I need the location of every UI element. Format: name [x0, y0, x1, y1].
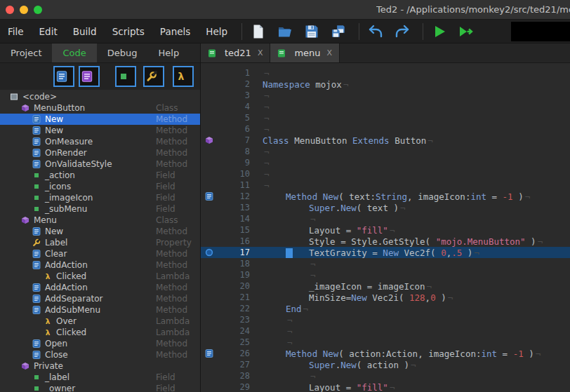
code-line-4[interactable]: 4¬ [201, 101, 570, 112]
menu-help[interactable]: Help [198, 20, 235, 43]
code-line-22[interactable]: 22End¬ [201, 303, 570, 314]
tree-item-type: Lambda [156, 327, 190, 337]
tree-item-addaction[interactable]: AddActionMethod [0, 282, 200, 293]
panel-tab-code[interactable]: Code [52, 43, 96, 62]
tree-item-addseparator[interactable]: AddSeparatorMethod [0, 293, 200, 304]
tree-item-addaction[interactable]: AddActionMethod [0, 259, 200, 271]
code-line-18[interactable]: 18¬ [201, 258, 570, 269]
tree-item-_label[interactable]: _labelField [0, 372, 200, 383]
filter-properties-button[interactable] [143, 66, 164, 87]
tree-item-label: New [45, 227, 63, 236]
tree-item-onrender[interactable]: OnRenderMethod [0, 147, 200, 158]
code-line-15[interactable]: 15Layout = "fill"¬ [201, 224, 570, 236]
tree-item-menubutton[interactable]: MenuButtonClass [0, 102, 200, 114]
code-line-3[interactable]: 3¬ [201, 90, 570, 101]
filter-classes-button[interactable] [79, 66, 100, 87]
code-line-10[interactable]: 10¬ [201, 168, 570, 180]
redo-button[interactable] [392, 21, 416, 42]
editor-tab-menu[interactable]: menuX [270, 43, 340, 62]
menu-scripts[interactable]: Scripts [105, 20, 152, 43]
menu-edit[interactable]: Edit [32, 20, 65, 43]
code-area[interactable]: 1¬2Namespace mojox¬3¬4¬5¬6¬7Class MenuBu… [201, 63, 570, 392]
new-file-button[interactable] [248, 21, 272, 42]
code-line-17[interactable]: 17TextGravity = New Vec2f( 0,.5 )¬ [201, 247, 570, 258]
editor-tab-ted21[interactable]: ted21X [201, 43, 270, 62]
code-line-1[interactable]: 1¬ [201, 67, 570, 79]
code-line-25[interactable]: 25¬ [201, 337, 570, 348]
code-line-7[interactable]: 7Class MenuButton Extends Button¬ [201, 135, 570, 146]
minimize-window-button[interactable] [20, 6, 28, 14]
tree-item-clicked[interactable]: λClickedLambda [0, 271, 200, 282]
tree-item-_imageicon[interactable]: _imageIconField [0, 192, 200, 203]
code-line-16[interactable]: 16Style = Style.GetStyle( "mojo.MenuButt… [201, 236, 570, 247]
menu-build[interactable]: Build [65, 20, 105, 43]
filter-fields-button[interactable] [115, 66, 136, 87]
tree-item-private[interactable]: Private [0, 360, 200, 372]
tree-item-onvalidatestyle[interactable]: OnValidateStyleMethod [0, 158, 200, 170]
tree-item-open[interactable]: OpenMethod [0, 338, 200, 349]
code-line-12[interactable]: 12Method New( text:String, imageIcon:int… [201, 191, 570, 202]
code-line-6[interactable]: 6¬ [201, 123, 570, 135]
editor-pane: ted21XmenuX 1¬2Namespace mojox¬3¬4¬5¬6¬7… [201, 43, 570, 392]
code-line-26[interactable]: 26Method New( action:Action, imageIcon:i… [201, 348, 570, 359]
save-button[interactable] [302, 21, 326, 42]
tree-item-addsubmenu[interactable]: AddSubMenuMethod [0, 304, 200, 316]
zoom-window-button[interactable] [34, 6, 42, 14]
tree-item-type: Field [156, 182, 175, 191]
tree-item-_icons[interactable]: _iconsField [0, 181, 200, 192]
code-line-27[interactable]: 27Super.New( action )¬ [201, 359, 570, 370]
close-window-button[interactable] [6, 6, 14, 14]
tree-item-clicked[interactable]: λClickedLambda [0, 327, 200, 338]
tab-close-button[interactable]: X [327, 48, 333, 58]
tree-item-new[interactable]: NewMethod [0, 226, 200, 237]
code-line-24[interactable]: 24¬ [201, 325, 570, 337]
filter-lambdas-button[interactable]: λ [173, 66, 194, 87]
code-line-13[interactable]: 13Super.New( text )¬ [201, 202, 570, 213]
titlebar: Ted2 - /Applications/monkey2/src/ted21/m… [0, 0, 570, 20]
filter-methods-button[interactable] [53, 66, 74, 87]
menu-panels[interactable]: Panels [152, 20, 198, 43]
menubar: FileEditBuildScriptsPanelsHelp [0, 20, 570, 43]
tree-item-over[interactable]: λOverLambda [0, 316, 200, 327]
eol-marker: ¬ [474, 248, 479, 258]
code-line-11[interactable]: 11¬ [201, 180, 570, 191]
code-line-14[interactable]: 14¬ [201, 213, 570, 224]
code-line-8[interactable]: 8¬ [201, 146, 570, 157]
code-line-29[interactable]: 29Layout = "fill"¬ [201, 381, 570, 392]
tree-item-menu[interactable]: MenuClass [0, 215, 200, 226]
code-line-9[interactable]: 9¬ [201, 157, 570, 168]
console-field[interactable] [511, 22, 570, 41]
tree-item-label: OnMeasure [45, 137, 93, 147]
run-debug-button[interactable] [456, 21, 480, 42]
code-line-19[interactable]: 19¬ [201, 269, 570, 281]
tree-item-label[interactable]: LabelProperty [0, 237, 200, 248]
panel-tab-project[interactable]: Project [0, 43, 52, 62]
tree-item-type: Lambda [156, 271, 190, 281]
run-button[interactable] [430, 21, 453, 42]
open-file-button[interactable] [275, 21, 299, 42]
panel-tab-debug[interactable]: Debug [97, 43, 148, 62]
save-all-button[interactable] [329, 21, 352, 42]
code-line-20[interactable]: 20_imageIcon = imageIcon¬ [201, 281, 570, 292]
code-line-5[interactable]: 5¬ [201, 112, 570, 123]
tree-item-_submenu[interactable]: _subMenuField [0, 203, 200, 215]
tree-item-new[interactable]: NewMethod [0, 114, 200, 125]
tree-item-clear[interactable]: ClearMethod [0, 248, 200, 259]
tree-item-close[interactable]: CloseMethod [0, 349, 200, 360]
code-line-28[interactable]: 28¬ [201, 370, 570, 381]
menu-file[interactable]: File [0, 20, 32, 43]
line-number: 12 [222, 191, 254, 201]
tree-item-_owner[interactable]: _ownerField [0, 383, 200, 392]
undo-button[interactable] [366, 21, 390, 42]
tree-item-onmeasure[interactable]: OnMeasureMethod [0, 136, 200, 147]
code-line-21[interactable]: 21MinSize=New Vec2i( 128,0 )¬ [201, 292, 570, 303]
tree-item-label: Clicked [56, 271, 86, 281]
tab-close-button[interactable]: X [258, 48, 263, 58]
tree-item-code[interactable]: <code> [0, 91, 200, 102]
code-line-text: Style = Style.GetStyle( "mojo.MenuButton… [254, 236, 570, 247]
tree-item-_action[interactable]: _actionField [0, 170, 200, 181]
panel-tab-help[interactable]: Help [148, 43, 190, 62]
code-line-2[interactable]: 2Namespace mojox¬ [201, 79, 570, 90]
code-line-23[interactable]: 23¬ [201, 314, 570, 325]
tree-item-new[interactable]: NewMethod [0, 125, 200, 136]
